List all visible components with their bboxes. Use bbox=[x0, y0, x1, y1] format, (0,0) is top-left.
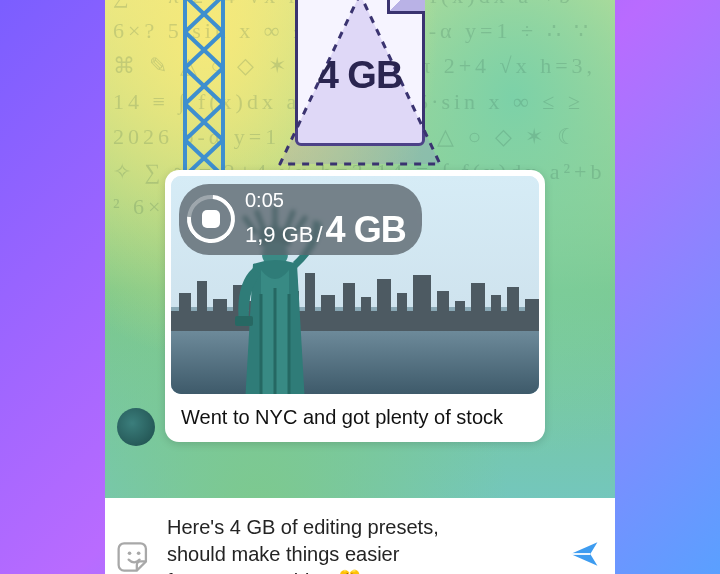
send-button[interactable] bbox=[565, 535, 603, 573]
stop-icon bbox=[202, 210, 220, 228]
stop-upload-button[interactable] bbox=[177, 186, 245, 254]
sticker-icon bbox=[115, 536, 155, 574]
file-fold-corner bbox=[387, 0, 425, 14]
chat-background: ∑ ≈ π 2+4 √x h=3,14 ≡ ∫ f(x)dx a²+b² 6×?… bbox=[105, 0, 615, 574]
send-icon bbox=[567, 537, 601, 571]
upload-progress-pill[interactable]: 0:05 1,9 GB / 4 GB bbox=[179, 184, 422, 255]
upload-elapsed-time: 0:05 bbox=[245, 190, 406, 211]
file-size-label: 4 GB bbox=[265, 54, 455, 97]
svg-point-39 bbox=[137, 551, 141, 555]
upload-bytes-done: 1,9 GB bbox=[245, 223, 313, 246]
composer-line-2: should make things easier bbox=[167, 543, 399, 565]
svg-point-38 bbox=[128, 551, 132, 555]
incoming-message-bubble[interactable]: 0:05 1,9 GB / 4 GB Went to NYC and got p… bbox=[165, 170, 545, 442]
app-viewport: ∑ ≈ π 2+4 √x h=3,14 ≡ ∫ f(x)dx a²+b² 6×?… bbox=[105, 0, 615, 574]
message-composer: Here's 4 GB of editing presets, should m… bbox=[105, 498, 615, 574]
file-size-sticker: 4 GB bbox=[265, 0, 455, 166]
upload-bytes-total: 4 GB bbox=[326, 211, 406, 249]
svg-rect-37 bbox=[235, 316, 253, 326]
sender-avatar[interactable] bbox=[117, 408, 155, 446]
composer-line-1: Here's 4 GB of editing presets, bbox=[167, 516, 439, 538]
video-attachment[interactable]: 0:05 1,9 GB / 4 GB bbox=[171, 176, 539, 394]
upload-separator: / bbox=[316, 223, 322, 246]
sticker-button[interactable] bbox=[113, 532, 157, 574]
composer-line-3: for your next video 🎊 bbox=[167, 570, 362, 575]
crane-illustration bbox=[175, 0, 235, 180]
upload-progress-text: 0:05 1,9 GB / 4 GB bbox=[245, 190, 406, 249]
message-caption: Went to NYC and got plenty of stock bbox=[171, 394, 539, 430]
composer-input[interactable]: Here's 4 GB of editing presets, should m… bbox=[167, 508, 555, 575]
